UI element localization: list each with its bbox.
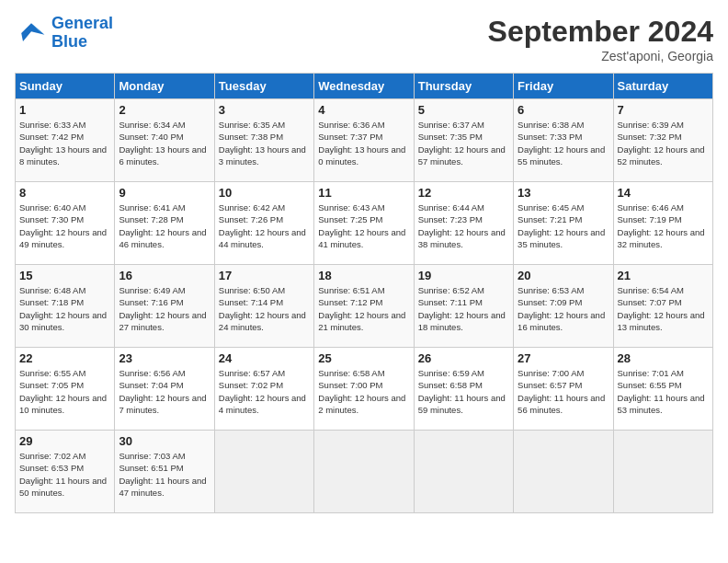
logo-line2: Blue	[51, 32, 87, 51]
calendar-cell: 8Sunrise: 6:40 AMSunset: 7:30 PMDaylight…	[16, 182, 115, 265]
day-number: 25	[318, 351, 409, 365]
day-info: Sunrise: 6:36 AMSunset: 7:37 PMDaylight:…	[318, 120, 405, 167]
day-number: 20	[518, 269, 609, 282]
calendar-cell: 3Sunrise: 6:35 AMSunset: 7:38 PMDaylight…	[214, 99, 313, 182]
calendar-cell: 21Sunrise: 6:54 AMSunset: 7:07 PMDayligh…	[613, 265, 712, 348]
calendar-week-1: 1Sunrise: 6:33 AMSunset: 7:42 PMDaylight…	[16, 99, 713, 182]
day-number: 24	[219, 351, 310, 365]
day-number: 13	[518, 186, 609, 200]
calendar-cell: 6Sunrise: 6:38 AMSunset: 7:33 PMDaylight…	[514, 99, 613, 182]
title-block: September 2024 Zest'aponi, Georgia	[488, 15, 713, 63]
day-info: Sunrise: 6:59 AMSunset: 6:58 PMDaylight:…	[418, 368, 506, 415]
day-number: 6	[518, 103, 609, 117]
day-info: Sunrise: 6:37 AMSunset: 7:35 PMDaylight:…	[418, 120, 506, 167]
calendar-week-4: 22Sunrise: 6:55 AMSunset: 7:05 PMDayligh…	[16, 348, 713, 431]
calendar-cell: 24Sunrise: 6:57 AMSunset: 7:02 PMDayligh…	[214, 348, 313, 431]
calendar-cell	[314, 431, 414, 513]
day-info: Sunrise: 6:52 AMSunset: 7:11 PMDaylight:…	[418, 285, 506, 332]
calendar-cell: 29Sunrise: 7:02 AMSunset: 6:53 PMDayligh…	[16, 431, 115, 513]
day-header-friday: Friday	[514, 74, 613, 99]
day-info: Sunrise: 6:34 AMSunset: 7:40 PMDaylight:…	[119, 120, 206, 167]
day-number: 7	[618, 103, 709, 117]
calendar-cell: 30Sunrise: 7:03 AMSunset: 6:51 PMDayligh…	[115, 431, 214, 513]
calendar-cell: 26Sunrise: 6:59 AMSunset: 6:58 PMDayligh…	[414, 348, 513, 431]
day-number: 12	[418, 186, 509, 200]
day-number: 19	[418, 269, 509, 282]
day-number: 26	[418, 351, 509, 365]
calendar-cell: 7Sunrise: 6:39 AMSunset: 7:32 PMDaylight…	[613, 99, 712, 182]
calendar-cell: 20Sunrise: 6:53 AMSunset: 7:09 PMDayligh…	[514, 265, 613, 348]
day-number: 27	[518, 351, 609, 365]
day-number: 4	[318, 103, 409, 117]
month-title: September 2024	[488, 15, 713, 49]
logo: General Blue	[15, 15, 113, 52]
day-info: Sunrise: 6:54 AMSunset: 7:07 PMDaylight:…	[618, 285, 705, 332]
calendar-cell: 16Sunrise: 6:49 AMSunset: 7:16 PMDayligh…	[115, 265, 214, 348]
day-number: 23	[119, 351, 210, 365]
day-number: 1	[19, 103, 110, 117]
calendar-cell: 2Sunrise: 6:34 AMSunset: 7:40 PMDaylight…	[115, 99, 214, 182]
day-info: Sunrise: 6:35 AMSunset: 7:38 PMDaylight:…	[219, 120, 306, 167]
calendar-cell: 9Sunrise: 6:41 AMSunset: 7:28 PMDaylight…	[115, 182, 214, 265]
day-number: 15	[19, 269, 110, 282]
day-info: Sunrise: 6:51 AMSunset: 7:12 PMDaylight:…	[318, 285, 405, 332]
day-info: Sunrise: 6:42 AMSunset: 7:26 PMDaylight:…	[219, 202, 306, 249]
calendar-cell: 18Sunrise: 6:51 AMSunset: 7:12 PMDayligh…	[314, 265, 414, 348]
calendar-cell: 12Sunrise: 6:44 AMSunset: 7:23 PMDayligh…	[414, 182, 513, 265]
day-info: Sunrise: 6:57 AMSunset: 7:02 PMDaylight:…	[219, 368, 306, 415]
day-number: 30	[119, 434, 210, 448]
day-header-monday: Monday	[115, 74, 214, 99]
calendar-cell: 5Sunrise: 6:37 AMSunset: 7:35 PMDaylight…	[414, 99, 513, 182]
calendar-cell	[514, 431, 613, 513]
day-info: Sunrise: 7:03 AMSunset: 6:51 PMDaylight:…	[119, 451, 206, 498]
day-info: Sunrise: 6:50 AMSunset: 7:14 PMDaylight:…	[219, 285, 306, 332]
calendar-cell: 4Sunrise: 6:36 AMSunset: 7:37 PMDaylight…	[314, 99, 414, 182]
day-header-sunday: Sunday	[16, 74, 115, 99]
day-number: 3	[219, 103, 310, 117]
day-number: 22	[19, 351, 110, 365]
day-number: 16	[119, 269, 210, 282]
day-number: 5	[418, 103, 509, 117]
day-info: Sunrise: 7:00 AMSunset: 6:57 PMDaylight:…	[518, 368, 605, 415]
day-info: Sunrise: 6:44 AMSunset: 7:23 PMDaylight:…	[418, 202, 506, 249]
calendar-cell: 15Sunrise: 6:48 AMSunset: 7:18 PMDayligh…	[16, 265, 115, 348]
calendar-cell: 23Sunrise: 6:56 AMSunset: 7:04 PMDayligh…	[115, 348, 214, 431]
calendar-cell: 1Sunrise: 6:33 AMSunset: 7:42 PMDaylight…	[16, 99, 115, 182]
location-subtitle: Zest'aponi, Georgia	[488, 49, 713, 63]
day-header-tuesday: Tuesday	[214, 74, 313, 99]
day-number: 21	[618, 269, 709, 282]
calendar-cell: 11Sunrise: 6:43 AMSunset: 7:25 PMDayligh…	[314, 182, 414, 265]
day-info: Sunrise: 7:01 AMSunset: 6:55 PMDaylight:…	[618, 368, 705, 415]
day-header-thursday: Thursday	[414, 74, 513, 99]
logo-line1: General	[51, 14, 113, 32]
svg-marker-0	[21, 23, 44, 41]
calendar-week-3: 15Sunrise: 6:48 AMSunset: 7:18 PMDayligh…	[16, 265, 713, 348]
calendar-table: SundayMondayTuesdayWednesdayThursdayFrid…	[15, 73, 713, 513]
day-info: Sunrise: 6:38 AMSunset: 7:33 PMDaylight:…	[518, 120, 605, 167]
calendar-cell	[613, 431, 712, 513]
day-header-row: SundayMondayTuesdayWednesdayThursdayFrid…	[16, 74, 713, 99]
day-info: Sunrise: 6:55 AMSunset: 7:05 PMDaylight:…	[19, 368, 107, 415]
day-number: 14	[618, 186, 709, 200]
day-info: Sunrise: 6:46 AMSunset: 7:19 PMDaylight:…	[618, 202, 705, 249]
day-number: 9	[119, 186, 210, 200]
calendar-week-5: 29Sunrise: 7:02 AMSunset: 6:53 PMDayligh…	[16, 431, 713, 513]
calendar-cell: 19Sunrise: 6:52 AMSunset: 7:11 PMDayligh…	[414, 265, 513, 348]
day-info: Sunrise: 6:33 AMSunset: 7:42 PMDaylight:…	[19, 120, 107, 167]
page-header: General Blue September 2024 Zest'aponi, …	[15, 15, 713, 63]
day-number: 10	[219, 186, 310, 200]
logo-text: General Blue	[51, 15, 113, 52]
calendar-cell: 13Sunrise: 6:45 AMSunset: 7:21 PMDayligh…	[514, 182, 613, 265]
day-info: Sunrise: 6:45 AMSunset: 7:21 PMDaylight:…	[518, 202, 605, 249]
day-number: 8	[19, 186, 110, 200]
day-number: 11	[318, 186, 409, 200]
day-info: Sunrise: 6:49 AMSunset: 7:16 PMDaylight:…	[119, 285, 206, 332]
day-number: 29	[19, 434, 110, 448]
day-number: 28	[618, 351, 709, 365]
day-number: 18	[318, 269, 409, 282]
day-info: Sunrise: 6:43 AMSunset: 7:25 PMDaylight:…	[318, 202, 405, 249]
day-info: Sunrise: 6:53 AMSunset: 7:09 PMDaylight:…	[518, 285, 605, 332]
calendar-cell: 27Sunrise: 7:00 AMSunset: 6:57 PMDayligh…	[514, 348, 613, 431]
calendar-cell: 28Sunrise: 7:01 AMSunset: 6:55 PMDayligh…	[613, 348, 712, 431]
day-info: Sunrise: 6:58 AMSunset: 7:00 PMDaylight:…	[318, 368, 405, 415]
